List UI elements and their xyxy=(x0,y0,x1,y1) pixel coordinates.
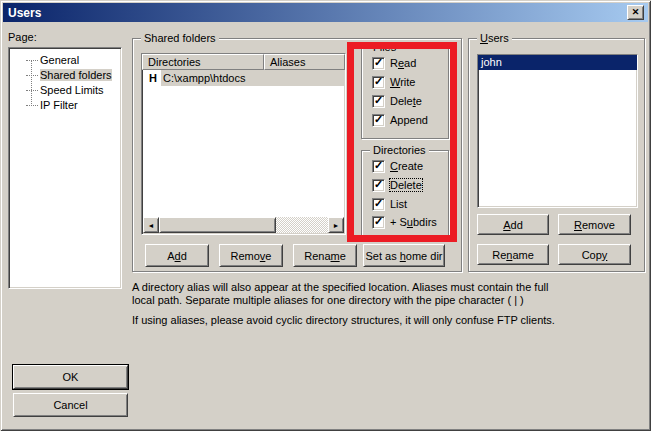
checkbox-checked-icon xyxy=(372,95,385,108)
alias-help-text: A directory alias will also appear at th… xyxy=(132,281,556,327)
checkbox-create[interactable]: Create xyxy=(372,159,423,173)
checkbox-checked-icon xyxy=(372,179,385,192)
scroll-left-icon: ◄ xyxy=(148,222,155,229)
checkbox-write[interactable]: Write xyxy=(372,75,415,89)
page-list: General Shared folders Speed Limits IP F… xyxy=(8,47,122,289)
scrollbar-thumb[interactable] xyxy=(159,217,276,233)
directory-row[interactable]: H C:\xampp\htdocs xyxy=(142,70,345,86)
horizontal-scrollbar[interactable]: ◄ ► xyxy=(143,217,344,233)
listview-header: Directories Aliases xyxy=(142,54,345,70)
title-bar[interactable]: Users ✕ xyxy=(3,3,648,22)
checkbox-delete-file[interactable]: Delete xyxy=(372,94,422,108)
scrollbar-track[interactable] xyxy=(276,217,328,233)
page-item-general[interactable]: General xyxy=(9,53,121,68)
user-add-button[interactable]: Add xyxy=(477,214,549,235)
close-icon: ✕ xyxy=(632,8,640,17)
page-item-ip-filter[interactable]: IP Filter xyxy=(9,98,121,113)
scroll-right-icon: ► xyxy=(333,222,340,229)
user-remove-button[interactable]: Remove xyxy=(558,214,631,235)
checkbox-read[interactable]: Read xyxy=(372,56,416,70)
user-copy-button[interactable]: Copy xyxy=(558,244,631,265)
users-dialog: Users ✕ Page: General Shared folders Spe… xyxy=(0,0,651,431)
folder-remove-button[interactable]: Remove xyxy=(219,244,283,267)
column-header-aliases[interactable]: Aliases xyxy=(264,54,345,70)
users-list: john xyxy=(477,54,638,208)
page-label: Page: xyxy=(8,31,37,43)
folder-rename-button[interactable]: Rename xyxy=(293,244,357,267)
scroll-left-button[interactable]: ◄ xyxy=(143,217,159,233)
page-item-speed-limits[interactable]: Speed Limits xyxy=(9,83,121,98)
cancel-button[interactable]: Cancel xyxy=(13,393,128,417)
page-item-shared-folders[interactable]: Shared folders xyxy=(9,68,121,83)
directories-group-label: Directories xyxy=(370,144,429,156)
checkbox-checked-icon xyxy=(372,76,385,89)
alias-help-paragraph-1: A directory alias will also appear at th… xyxy=(132,281,556,307)
set-as-home-dir-button[interactable]: Set as home dir xyxy=(363,244,445,267)
users-group: Users john Add Remove Rename Copy xyxy=(468,38,645,272)
directories-permissions-group: Directories Create Delete List + Subdirs xyxy=(361,150,449,240)
column-header-directories[interactable]: Directories xyxy=(142,54,264,70)
close-button[interactable]: ✕ xyxy=(627,5,644,20)
scroll-right-button[interactable]: ► xyxy=(328,217,344,233)
checkbox-checked-icon xyxy=(372,198,385,211)
checkbox-checked-icon xyxy=(372,160,385,173)
directories-listview: Directories Aliases H C:\xampp\htdocs ◄ … xyxy=(141,53,346,235)
directory-path: C:\xampp\htdocs xyxy=(161,70,345,86)
user-rename-button[interactable]: Rename xyxy=(477,244,549,265)
alias-help-paragraph-2: If using aliases, please avoid cyclic di… xyxy=(132,314,556,327)
checkbox-list[interactable]: List xyxy=(372,197,407,211)
checkbox-append[interactable]: Append xyxy=(372,113,428,127)
user-row-john[interactable]: john xyxy=(478,55,637,70)
files-permissions-group: Files Read Write Delete Append xyxy=(361,47,449,139)
files-group-label: Files xyxy=(370,41,399,53)
home-marker: H xyxy=(142,70,157,86)
checkbox-checked-icon xyxy=(372,216,385,229)
users-group-label: Users xyxy=(477,32,512,44)
checkbox-delete-dir[interactable]: Delete xyxy=(372,178,422,192)
window-title: Users xyxy=(3,6,41,20)
ok-button[interactable]: OK xyxy=(13,365,128,389)
shared-folders-group-label: Shared folders xyxy=(141,32,219,44)
checkbox-checked-icon xyxy=(372,114,385,127)
checkbox-subdirs[interactable]: + Subdirs xyxy=(372,215,437,229)
checkbox-checked-icon xyxy=(372,57,385,70)
folder-add-button[interactable]: Add xyxy=(145,244,209,267)
